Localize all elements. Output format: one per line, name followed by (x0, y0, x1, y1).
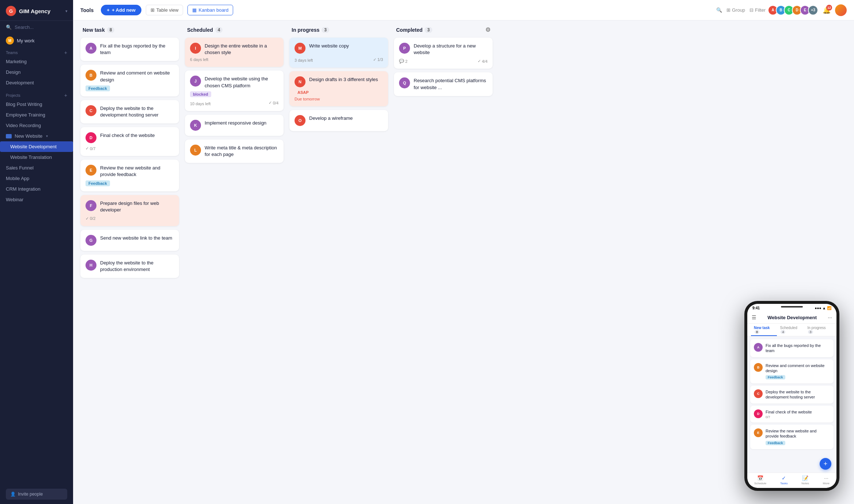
sidebar-item-marketing[interactable]: Marketing (0, 56, 73, 67)
phone-card-1[interactable]: A Fix all the bugs reported by the team (750, 339, 834, 357)
my-work-avatar: M (6, 37, 14, 45)
column-headers: New task 8 Scheduled 4 In progress 3 Com… (80, 26, 847, 33)
card-nt5[interactable]: E Review the new website and provide fee… (80, 160, 179, 191)
phone-nav-tasks[interactable]: ✓ Tasks (780, 475, 787, 485)
sidebar-item-website-translation[interactable]: Website Translation (0, 152, 73, 163)
phone-nav-notes[interactable]: 📝 Notes (801, 475, 809, 485)
phone-overlay: 9:41 ●●● ▲ 📶 ☰ Website Development ··· N… (744, 301, 839, 491)
phone-card-5[interactable]: E Review the new website and provide fee… (750, 425, 834, 449)
toolbar-right: 🔍 ⊞ Group ⊟ Filter A B C D E +3 🔔 12 (716, 4, 847, 16)
card-avatar: F (86, 200, 96, 211)
phone-tab-new-task[interactable]: New task 8 (751, 324, 777, 336)
notifications-button[interactable]: 🔔 12 (823, 6, 831, 14)
sidebar-item-design[interactable]: Design (0, 67, 73, 77)
card-nt2[interactable]: B Review and comment on website design F… (80, 65, 179, 96)
chevron-down-icon: ▾ (46, 134, 48, 138)
card-avatar: O (295, 115, 305, 126)
add-project-button[interactable]: + (64, 92, 67, 98)
sidebar-item-crm[interactable]: CRM Integration (0, 184, 73, 194)
schedule-icon: 📅 (757, 475, 763, 481)
card-nt6[interactable]: F Prepare design files for web developer… (80, 195, 179, 226)
card-title: Design drafts in 3 different styles (309, 76, 378, 83)
extra-avatars: +3 (808, 5, 818, 15)
kanban-view-button[interactable]: ▦ Kanban board (187, 5, 233, 15)
card-title: Final check of the website (100, 132, 155, 139)
phone-card-avatar: C (754, 389, 763, 398)
sidebar-item-website-development[interactable]: Website Development (0, 141, 73, 152)
card-cp2[interactable]: Q Research potential CMS platforms for w… (394, 72, 493, 96)
card-nt8[interactable]: H Deploy the website to the production e… (80, 255, 179, 278)
phone-fab-button[interactable]: + (820, 458, 831, 470)
card-title: Prepare design files for web developer (100, 200, 174, 213)
check-count: ✓ 0/4 (269, 100, 278, 105)
card-avatar: N (295, 76, 305, 87)
card-sc3[interactable]: K Implement responsive design (185, 115, 284, 136)
col-header-completed: Completed 3 ⚙ (394, 26, 493, 33)
card-ip2[interactable]: N Design drafts in 3 different styles AS… (289, 71, 388, 106)
app-logo[interactable]: G GIM Agency ▾ (0, 0, 73, 21)
invite-people-button[interactable]: 👤 Invite people (6, 489, 67, 500)
phone-card-avatar: E (754, 428, 763, 437)
card-sc4[interactable]: L Write meta title & meta description fo… (185, 140, 284, 163)
card-nt3[interactable]: C Deploy the website to the development … (80, 100, 179, 123)
phone-card-avatar: B (754, 363, 763, 372)
hamburger-icon[interactable]: ☰ (752, 314, 756, 320)
phone-tab-in-progress[interactable]: In progress 3 (804, 324, 833, 336)
search-icon: 🔍 (6, 24, 12, 30)
card-nt7[interactable]: G Send new website link to the team (80, 230, 179, 251)
filter-button[interactable]: ⊟ Filter (749, 7, 766, 13)
folder-icon (6, 134, 12, 138)
more-icon[interactable]: ··· (828, 314, 832, 320)
main-content: Tools + + Add new ⊞ Table view ▦ Kanban … (73, 0, 854, 504)
sidebar-item-video[interactable]: Video Recording (0, 120, 73, 131)
check-count: ✓ 4/4 (478, 59, 487, 64)
card-ip3[interactable]: O Develop a wireframe (289, 110, 388, 131)
toolbar: Tools + + Add new ⊞ Table view ▦ Kanban … (73, 0, 854, 20)
phone-nav-more[interactable]: ··· More (823, 475, 830, 485)
sidebar-item-new-website[interactable]: New Website ▾ (0, 131, 73, 141)
table-view-button[interactable]: ⊞ Table view (146, 5, 183, 15)
card-title: Develop a wireframe (309, 115, 353, 122)
sidebar-item-mobile[interactable]: Mobile App (0, 173, 73, 184)
card-avatar: M (295, 43, 305, 54)
phone-card-3[interactable]: C Deploy the website to the development … (750, 386, 834, 404)
my-work-item[interactable]: M My work (0, 34, 73, 47)
card-avatar: C (86, 105, 96, 116)
column-in-progress: M Write website copy 3 days left ✓ 1/3 N… (289, 38, 388, 131)
card-avatar: Q (399, 77, 410, 88)
card-nt4[interactable]: D Final check of the website ✓ 0/7 (80, 127, 179, 156)
column-completed: P Develop a structure for a new website … (394, 38, 493, 96)
phone-statusbar: 9:41 ●●● ▲ 📶 (747, 304, 836, 312)
card-ip1[interactable]: M Write website copy 3 days left ✓ 1/3 (289, 38, 388, 68)
sidebar-item-webinar[interactable]: Webinar (0, 194, 73, 205)
add-team-button[interactable]: + (64, 50, 67, 56)
col-count: 4 (215, 27, 223, 33)
card-title: Develop the website using the chosen CMS… (205, 76, 278, 89)
group-icon: ⊞ (726, 7, 730, 13)
card-sc2[interactable]: J Develop the website using the chosen C… (185, 70, 284, 111)
days-left: 3 days left (295, 58, 313, 62)
phone-tab-scheduled[interactable]: Scheduled 4 (777, 324, 804, 336)
sidebar-item-blog[interactable]: Blog Post Writing (0, 99, 73, 110)
card-title: Review and comment on website design (100, 70, 174, 83)
search-button[interactable]: 🔍 (716, 7, 722, 13)
col-header-scheduled: Scheduled 4 (185, 26, 284, 33)
card-nt1[interactable]: A Fix all the bugs reported by the team (80, 38, 179, 61)
add-new-button[interactable]: + + Add new (101, 5, 141, 15)
phone-nav-schedule[interactable]: 📅 Schedule (754, 475, 766, 485)
days-left: 10 days left (190, 102, 210, 106)
card-cp1[interactable]: P Develop a structure for a new website … (394, 38, 493, 69)
feedback-tag: Feedback (86, 85, 110, 91)
card-avatar: J (190, 76, 201, 87)
group-button[interactable]: ⊞ Group (726, 7, 745, 13)
sidebar-item-employee[interactable]: Employee Training (0, 110, 73, 120)
column-settings-icon[interactable]: ⚙ (485, 26, 490, 33)
search-input[interactable]: 🔍 Search... (0, 21, 73, 34)
sidebar-item-development[interactable]: Development (0, 77, 73, 88)
phone-card-2[interactable]: B Review and comment on website design F… (750, 359, 834, 384)
user-avatar[interactable] (835, 4, 847, 16)
card-sc1[interactable]: I Design the entire website in a chosen … (185, 38, 284, 67)
sidebar-item-sales[interactable]: Sales Funnel (0, 163, 73, 173)
phone-card-4[interactable]: D Final check of the website 0/7 (750, 406, 834, 423)
phone-bottom-nav: 📅 Schedule ✓ Tasks 📝 Notes ··· (747, 473, 836, 488)
